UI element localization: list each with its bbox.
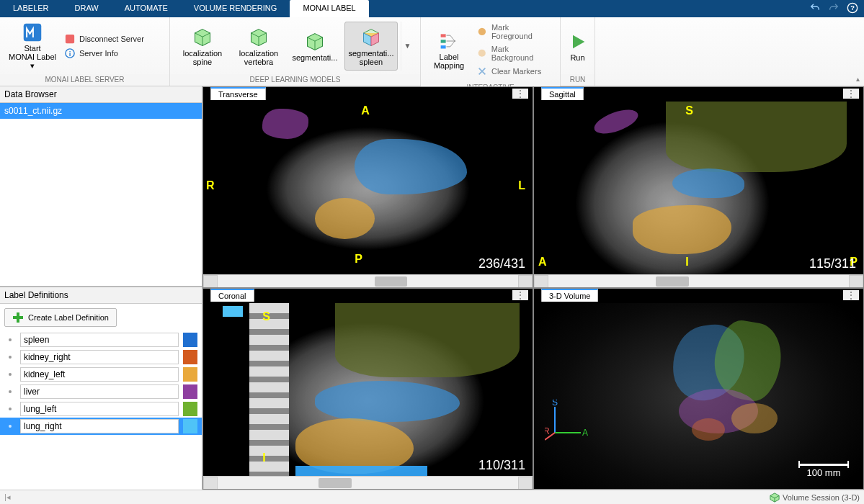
svg-point-13: [9, 338, 12, 341]
start-monai-button[interactable]: Start MONAI Label ▾: [6, 22, 59, 71]
label-row-lung_right[interactable]: lung_right: [0, 418, 202, 435]
file-row[interactable]: s0011_ct.nii.gz: [0, 103, 202, 119]
view-menu-sagittal[interactable]: ⋮: [843, 89, 859, 99]
monai-icon: [22, 22, 43, 42]
orient-a2: A: [538, 256, 547, 269]
tab-automate[interactable]: AUTOMATE: [112, 0, 181, 17]
svg-point-15: [9, 373, 12, 376]
view-menu-coronal[interactable]: ⋮: [512, 290, 528, 300]
visibility-icon[interactable]: [4, 354, 16, 361]
label-name-input[interactable]: lung_left: [20, 402, 179, 416]
slice-counter-coronal: 110/311: [478, 458, 525, 473]
run-group-label: RUN: [561, 74, 594, 86]
ribbon-collapse[interactable]: ▴: [851, 17, 864, 86]
label-name-input[interactable]: kidney_right: [20, 350, 179, 364]
svg-point-14: [9, 356, 12, 359]
mapping-icon: [439, 31, 459, 51]
undo-icon[interactable]: [809, 2, 821, 15]
label-name-input[interactable]: liver: [20, 384, 179, 399]
view-tab-transverse[interactable]: Transverse: [210, 87, 266, 100]
disconnect-icon: [65, 34, 75, 44]
cube-icon: [305, 32, 325, 52]
label-row-kidney_right[interactable]: kidney_right: [0, 348, 202, 366]
label-color-swatch[interactable]: [183, 419, 197, 433]
tabstrip: LABELER DRAW AUTOMATE VOLUME RENDERING M…: [0, 0, 864, 17]
label-color-swatch[interactable]: [183, 402, 197, 416]
label-mapping-button[interactable]: Label Mapping: [427, 25, 471, 74]
svg-rect-8: [441, 45, 446, 48]
label-name-input[interactable]: spleen: [20, 333, 179, 347]
model-segmentation[interactable]: segmentati...: [288, 22, 342, 71]
visibility-icon[interactable]: [4, 336, 16, 343]
cube-icon: [192, 27, 213, 48]
sagittal-canvas[interactable]: S I A P 115/311: [534, 102, 863, 287]
create-label-button[interactable]: Create Label Definition: [4, 308, 117, 327]
disconnect-server-link[interactable]: Disconnect Server: [65, 34, 144, 44]
server-group-label: MONAI LABEL SERVER: [0, 74, 169, 86]
transverse-canvas[interactable]: A R L P 236/431: [203, 102, 533, 287]
view-tab-sagittal[interactable]: Sagittal: [541, 87, 584, 100]
svg-point-10: [478, 50, 486, 57]
scrollbar-transverse[interactable]: [203, 274, 533, 287]
info-icon: i: [65, 48, 75, 58]
tab-draw[interactable]: DRAW: [62, 0, 112, 17]
run-button[interactable]: Run: [566, 22, 589, 71]
start-label-2: MONAI Label ▾: [6, 53, 58, 71]
model-segmentation-spleen[interactable]: segmentati... spleen: [344, 22, 398, 71]
view-transverse[interactable]: Transverse ⋮ A R L P 236/431: [202, 86, 533, 288]
scrollbar-sagittal[interactable]: [534, 274, 863, 287]
redo-icon[interactable]: [828, 2, 839, 15]
view-sagittal[interactable]: Sagittal ⋮ S I A P 115/311: [533, 86, 864, 288]
view-menu-transverse[interactable]: ⋮: [512, 89, 528, 99]
label-name-input[interactable]: kidney_left: [20, 367, 179, 382]
visibility-icon[interactable]: [4, 371, 16, 378]
scrollbar-coronal[interactable]: [203, 476, 533, 489]
model-localization-vertebra[interactable]: localization vertebra: [232, 22, 285, 71]
view-tab-3d[interactable]: 3-D Volume: [541, 289, 598, 302]
svg-text:R: R: [545, 426, 550, 436]
tab-monai-label[interactable]: MONAI LABEL: [290, 0, 368, 17]
server-info-link[interactable]: i Server Info: [65, 48, 144, 58]
coronal-canvas[interactable]: S I 110/311: [203, 303, 533, 489]
label-row-liver[interactable]: liver: [0, 383, 202, 400]
view-3d-volume[interactable]: 3-D Volume ⋮ S A R 100 mm: [533, 288, 864, 490]
visibility-icon[interactable]: [4, 388, 16, 395]
label-color-swatch[interactable]: [183, 367, 197, 382]
label-row-lung_left[interactable]: lung_left: [0, 400, 202, 418]
svg-rect-6: [441, 34, 446, 37]
view-menu-3d[interactable]: ⋮: [843, 290, 859, 300]
tab-labeler[interactable]: LABELER: [0, 0, 62, 17]
help-icon[interactable]: ?: [847, 2, 858, 15]
label-row-kidney_left[interactable]: kidney_left: [0, 366, 202, 383]
views-grid: Transverse ⋮ A R L P 236/431 Sagittal ⋮: [202, 86, 864, 490]
session-cube-icon: [770, 492, 780, 503]
svg-text:A: A: [582, 428, 588, 438]
orient-i: I: [685, 256, 688, 269]
models-dropdown[interactable]: ▼: [401, 22, 414, 71]
label-color-swatch[interactable]: [183, 333, 197, 347]
label-definitions-panel: Label Definitions Create Label Definitio…: [0, 287, 202, 490]
label-color-swatch[interactable]: [183, 384, 197, 399]
axes-3d: S A R: [545, 400, 588, 446]
svg-point-16: [9, 390, 12, 393]
label-name-input[interactable]: lung_right: [20, 419, 179, 433]
volume-canvas[interactable]: S A R 100 mm: [534, 303, 863, 489]
orient-p: P: [355, 253, 362, 266]
visibility-icon[interactable]: [4, 405, 16, 413]
label-color-swatch[interactable]: [183, 350, 197, 364]
models-group-label: DEEP LEARNING MODELS: [170, 74, 420, 86]
label-row-spleen[interactable]: spleen: [0, 331, 202, 348]
orient-l: L: [518, 179, 525, 192]
back-icon[interactable]: |◂: [4, 492, 11, 502]
workspace: Data Browser s0011_ct.nii.gz Label Defin…: [0, 86, 864, 490]
svg-text:S: S: [552, 400, 558, 408]
slice-counter-transverse: 236/431: [478, 256, 525, 271]
view-coronal[interactable]: Coronal ⋮ S I 110/311: [202, 288, 533, 490]
svg-point-17: [9, 408, 12, 410]
visibility-icon[interactable]: [4, 423, 16, 430]
cube-color-icon: [361, 27, 381, 48]
view-tab-coronal[interactable]: Coronal: [210, 289, 254, 302]
fg-icon: [477, 27, 487, 37]
tab-volume-rendering[interactable]: VOLUME RENDERING: [181, 0, 290, 17]
model-localization-spine[interactable]: localization spine: [176, 22, 229, 71]
